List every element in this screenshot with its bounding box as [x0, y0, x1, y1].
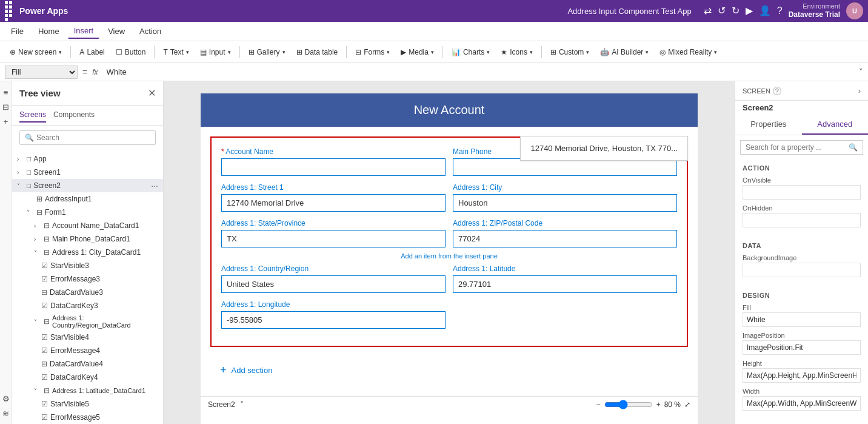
tree-item-datacardvalue4[interactable]: ⊟ DataCardValue4: [12, 357, 163, 371]
onvisible-input[interactable]: [743, 185, 861, 200]
fit-icon[interactable]: ⤢: [684, 400, 690, 409]
zoom-slider[interactable]: [604, 400, 653, 409]
separator4: [346, 46, 347, 58]
toolbar-datatable[interactable]: ⊞ Data table: [292, 45, 343, 59]
toolbar-button[interactable]: ☐ Button: [111, 45, 151, 59]
imageposition-input[interactable]: [743, 340, 861, 355]
formula-input[interactable]: [103, 66, 854, 78]
toolbar-new-screen[interactable]: ⊕ New screen ▾: [5, 45, 67, 59]
redo-icon[interactable]: ↻: [732, 5, 739, 16]
account-name-input[interactable]: [221, 158, 446, 176]
tree-item-main-phone-card[interactable]: › ⊟ Main Phone_DataCard1: [12, 232, 163, 246]
tab-screens[interactable]: Screens: [19, 108, 46, 123]
add-icon[interactable]: +: [0, 115, 12, 127]
help-icon[interactable]: ?: [777, 5, 783, 16]
toolbar-ai-builder[interactable]: 🤖 AI Builder ▾: [595, 45, 653, 59]
settings-icon[interactable]: ⚙: [0, 392, 12, 405]
tree-item-starvisible3[interactable]: ☑ StarVisible3: [12, 259, 163, 272]
tree-item-errormessage4[interactable]: ☑ ErrorMessage4: [12, 344, 163, 357]
tree-item-errormessage5[interactable]: ☑ ErrorMessage5: [12, 411, 163, 424]
width-input[interactable]: [743, 396, 861, 411]
tree-item-starvisible5[interactable]: ☑ StarVisible5: [12, 397, 163, 411]
tree-item-errormessage3[interactable]: ☑ ErrorMessage3: [12, 272, 163, 286]
tree-item-starvisible4[interactable]: ☑ StarVisible4: [12, 331, 163, 344]
tree-view-icon[interactable]: ≡: [0, 86, 12, 98]
background-image-input[interactable]: [743, 263, 861, 277]
person-icon[interactable]: 👤: [759, 5, 771, 16]
country-input[interactable]: [221, 275, 446, 293]
menu-home[interactable]: Home: [32, 24, 65, 38]
right-chevron-icon[interactable]: ›: [858, 86, 861, 95]
longitude-input[interactable]: [221, 311, 446, 329]
formula-property-select[interactable]: Fill: [5, 66, 78, 79]
latitude-input[interactable]: [453, 275, 677, 293]
screen-help-icon[interactable]: ?: [773, 87, 781, 95]
tree-item-datacardvalue3[interactable]: ⊟ DataCardValue3: [12, 286, 163, 299]
onhidden-input[interactable]: [743, 213, 861, 227]
main-phone-input[interactable]: [453, 158, 677, 176]
zip-input[interactable]: [453, 230, 677, 247]
state-input[interactable]: [221, 230, 446, 247]
zoom-minus[interactable]: −: [596, 400, 601, 409]
property-search-input[interactable]: [746, 143, 846, 152]
longitude-label: Address 1: Longitude: [221, 300, 446, 309]
toolbar-charts[interactable]: 📊 Charts ▾: [447, 45, 495, 59]
waffle-icon[interactable]: [5, 1, 15, 21]
menu-file[interactable]: File: [5, 24, 30, 38]
tree-item-screen1[interactable]: › □ Screen1: [12, 166, 163, 179]
more-options-icon[interactable]: ···: [151, 181, 158, 190]
street1-input[interactable]: [221, 194, 446, 212]
tree-item-screen2[interactable]: ˅ □ Screen2 ···: [12, 179, 163, 192]
toolbar-icons[interactable]: ★ Icons ▾: [496, 45, 538, 59]
tab-advanced[interactable]: Advanced: [802, 115, 869, 135]
tree-item-datacardkey4[interactable]: ☑ DataCardKey4: [12, 371, 163, 384]
toolbar-mixed-reality[interactable]: ◎ Mixed Reality ▾: [655, 45, 722, 59]
onvisible-label: OnVisible: [743, 177, 861, 184]
toolbar-forms[interactable]: ⊟ Forms ▾: [350, 45, 395, 59]
search-input[interactable]: [36, 133, 150, 142]
custom-dropdown-icon: ▾: [586, 49, 589, 55]
separator5: [442, 46, 443, 58]
tree-item-app[interactable]: › □ App: [12, 152, 163, 166]
menu-view[interactable]: View: [102, 24, 131, 38]
add-section-label: Add section: [232, 366, 273, 375]
tree-item-form1[interactable]: ˅ ⊟ Form1: [12, 206, 163, 219]
play-button[interactable]: ▶: [746, 5, 753, 16]
toolbar-media[interactable]: ▶ Media ▾: [396, 45, 439, 59]
menu-action[interactable]: Action: [133, 24, 167, 38]
separator6: [541, 46, 542, 58]
add-section[interactable]: + Add section: [210, 354, 688, 386]
toolbar-gallery[interactable]: ⊞ Gallery ▾: [244, 45, 290, 59]
data-section-title: DATA: [743, 242, 861, 249]
tree-item-addressinput[interactable]: ⊞ AddressInput1: [12, 192, 163, 206]
tree-item-city-card[interactable]: ˅ ⊟ Address 1: City_DataCard1: [12, 246, 163, 259]
expand-icon[interactable]: ˅: [859, 67, 863, 76]
city-input[interactable]: [453, 194, 677, 212]
avatar[interactable]: U: [846, 2, 863, 19]
app-icon: □: [27, 155, 31, 163]
zoom-plus[interactable]: +: [656, 400, 661, 409]
tab-components[interactable]: Components: [53, 108, 95, 123]
tree-label-country-card: Address 1: Country/Region_DataCard: [52, 314, 158, 329]
tree-item-latitude-card[interactable]: ˅ ⊟ Address 1: Latitude_DataCard1: [12, 384, 163, 397]
tree-item-account-name-card[interactable]: › ⊟ Account Name_DataCard1: [12, 219, 163, 232]
tab-properties[interactable]: Properties: [735, 115, 802, 135]
close-icon[interactable]: ✕: [148, 87, 156, 99]
toolbar-text[interactable]: T Text ▾: [158, 45, 193, 59]
undo-icon[interactable]: ↺: [718, 5, 726, 16]
fill-input[interactable]: [743, 312, 861, 327]
form-row-5: Address 1: Longitude: [221, 300, 677, 329]
user-switch-icon[interactable]: ⇄: [704, 5, 712, 16]
menu-insert[interactable]: Insert: [68, 24, 100, 39]
toolbar-custom[interactable]: ⊞ Custom ▾: [546, 45, 594, 59]
tree-item-datacardkey3[interactable]: ☑ DataCardKey3: [12, 299, 163, 312]
tree-item-country-card[interactable]: ˅ ⊟ Address 1: Country/Region_DataCard: [12, 312, 163, 331]
toolbar-label[interactable]: A Label: [75, 45, 109, 59]
toolbar-input[interactable]: ▤ Input ▾: [195, 45, 236, 59]
chevron-icon: ›: [34, 236, 41, 243]
variables-icon[interactable]: ≋: [0, 407, 12, 419]
height-input[interactable]: [743, 368, 861, 383]
data-icon[interactable]: ⊟: [0, 101, 12, 113]
screen-chevron[interactable]: ˅: [240, 400, 244, 409]
bottom-bar: Screen2 ˅ − + 80 % ⤢: [201, 396, 698, 412]
